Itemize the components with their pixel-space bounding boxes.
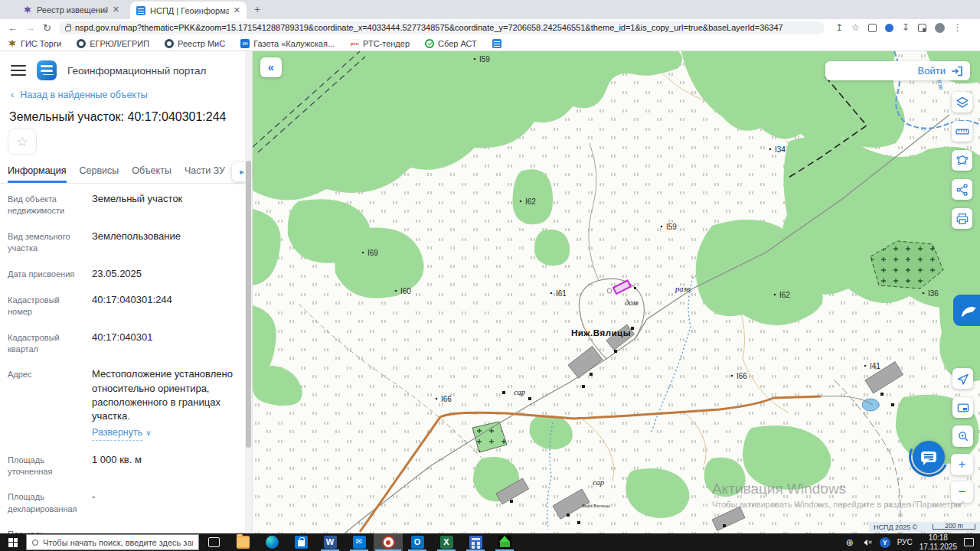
field-row: Кадастровый квартал40:17:040301 [8,324,237,362]
reload-icon[interactable]: ↻ [43,22,51,34]
volume-muted-icon[interactable]: ✕ [861,540,873,546]
tab-Сервисы[interactable]: Сервисы [80,161,119,183]
bookmark-star-icon[interactable]: ☆ [851,22,860,33]
back-to-results-link[interactable]: ‹ Назад в найденные объекты [11,90,148,100]
tab-close-icon[interactable]: ✕ [234,5,240,15]
taskbar-app-excel[interactable]: X [432,533,461,551]
share-button[interactable] [952,179,972,200]
bookmark-item[interactable]: кнГазета «Калужская... [240,39,335,48]
locate-me-button[interactable] [952,368,973,389]
field-row: Дата присвоения23.05.2025 [8,261,237,287]
field-row: Площадь декларированная- [8,484,237,521]
field-value: - [92,490,237,515]
taskbar-app-red-circle-app[interactable] [374,533,403,551]
chat-fab[interactable] [909,437,949,477]
taskbar-app-mail[interactable]: ✉ [345,533,374,551]
bookmark-item[interactable]: Реестр МиС [165,39,225,48]
bookmark-item[interactable]: ЕГРЮЛ/ЕГРИП [77,39,149,48]
network-icon[interactable]: ⊕ [846,537,854,548]
sber-icon [425,39,434,48]
zoom-in-button[interactable]: + [951,454,973,475]
taskbar-apps: W✉OX [199,533,519,551]
map-canvas[interactable]: І59І62І59І69І60І61І34І62І36І41І66І66Ниж.… [253,51,980,533]
chat-bubble-icon [921,452,936,462]
map-attribution: НСПД 2025 © 200 m [869,522,980,532]
browser-tab-2[interactable]: НСПД | Геоинформационный п ✕ [130,2,247,19]
panel-scrollbar[interactable] [245,51,252,533]
menu-icon[interactable]: ⋮ [953,22,962,33]
bird-icon [957,301,977,321]
bookmark-label: ЕГРЮЛ/ЕГРИП [90,39,149,48]
bookmark-label: РТС-тендер [363,39,410,48]
place-label-разв.: разв. [675,285,692,293]
height-label: І62 [525,197,536,206]
address-bar[interactable]: nspd.gov.ru/map?thematic=PKK&zoom=15.171… [59,21,825,34]
field-label: Дата присвоения [8,267,84,281]
eagle-icon [8,39,17,48]
field-value: Земельный участок [92,192,237,217]
new-tab-button[interactable]: + [254,3,260,15]
field-row: Кадастровый номер40:17:040301:244 [8,287,237,324]
field-label: Кадастровый номер [8,293,84,318]
bookmark-item[interactable]: ртсРТС-тендер [350,39,410,48]
action-center-icon[interactable] [964,538,974,546]
profile-avatar[interactable] [935,23,945,33]
taskbar-app-file-explorer[interactable] [228,533,257,551]
taskbar-app-task-view[interactable] [199,533,228,551]
height-label: І66 [441,395,452,403]
print-button[interactable] [952,208,972,229]
taskbar-app-word[interactable]: W [315,533,345,551]
forward-icon[interactable]: → [25,22,35,34]
measure-button[interactable] [952,121,972,142]
taskbar-search[interactable]: Чтобы начать поиск, введите здесь запрос [26,534,199,550]
login-label: Войти [918,65,946,77]
red-circle-app-icon [382,536,395,549]
taskbar-app-store[interactable] [286,533,315,551]
downloads-icon[interactable]: ↧ [902,22,910,33]
bookmark-item[interactable]: Сбер АСТ [425,39,477,48]
login-bar[interactable]: Войти [825,61,970,80]
taskbar-app-edge[interactable] [257,533,286,551]
page-title: Земельный участок: 40:17:040301:244 [9,110,227,124]
place-label-сар: сар [593,478,604,487]
ring-icon [165,39,174,48]
extension-blue-icon[interactable] [885,24,893,32]
tab-Информация[interactable]: Информация [8,161,67,183]
nspd-bookmark-icon[interactable] [492,39,501,48]
taskbar-app-calculator[interactable] [461,533,490,551]
clock[interactable]: 10:18 17.11.2025 [920,533,957,551]
tab-close-icon[interactable]: ✕ [113,5,119,15]
favorite-star-button[interactable]: ☆ [8,129,37,155]
layers-button[interactable] [952,92,972,112]
map-search-icon [956,429,970,443]
tab-Части ЗУ[interactable]: Части ЗУ [185,161,225,183]
collapse-panel-button[interactable]: « [260,57,282,77]
search-icon [32,540,38,546]
field-row: АдресМестоположение установлено относите… [8,361,237,446]
mini-panel-button[interactable] [952,397,973,418]
extensions-icon[interactable] [868,24,877,32]
search-on-map-button[interactable] [952,425,973,447]
field-row: Вид объекта недвижимостиЗемельный участо… [8,186,237,223]
expand-link[interactable]: Развернуть [92,426,142,441]
start-button[interactable] [0,533,26,551]
field-label: Кадастровый квартал [8,331,84,356]
share-icon[interactable]: ↥ [835,22,843,33]
field-label: Площадь уточненная [8,453,84,478]
sidebar-icon[interactable] [918,24,926,32]
word-icon: W [324,536,337,549]
place-label-Ниж.Вялицы: Ниж.Вялицы [571,328,631,337]
height-label: І69 [368,249,378,257]
taskbar-app-green-house-app[interactable] [490,533,519,551]
yandex-tray-icon[interactable]: Y [880,537,890,548]
back-icon[interactable]: ← [8,22,18,34]
browser-tab-1[interactable]: Реестр извещений ✕ [17,0,126,19]
bookmark-item[interactable]: ГИС Торги [8,39,61,48]
select-area-button[interactable] [952,150,972,171]
hamburger-menu-icon[interactable] [11,65,26,76]
language-indicator[interactable]: РУС [897,538,913,546]
taskbar-app-outlook[interactable]: O [403,533,432,551]
scrollbar-thumb[interactable] [246,161,251,448]
assistant-bird-button[interactable] [953,295,980,326]
tab-Объекты[interactable]: Объекты [132,161,172,183]
